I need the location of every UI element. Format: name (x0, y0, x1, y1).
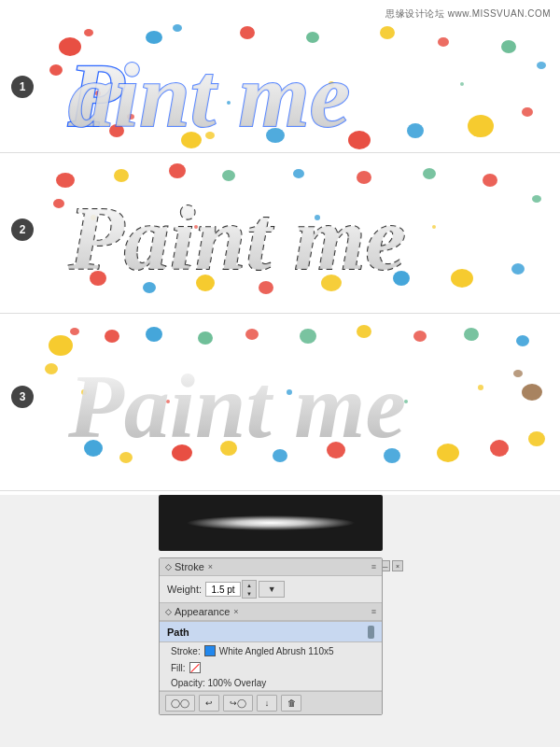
svg-point-71 (490, 440, 509, 457)
svg-point-2 (84, 29, 93, 36)
svg-point-6 (173, 24, 182, 32)
stroke-diamond-icon: ◇ (165, 562, 172, 571)
svg-point-13 (380, 26, 395, 39)
step-badge-1: 1 (11, 76, 34, 98)
svg-point-14 (407, 123, 424, 138)
paint-svg-2: Paint me Paint me (37, 157, 551, 302)
brush-stroke (177, 514, 364, 531)
svg-point-35 (222, 170, 235, 181)
svg-point-1 (49, 64, 63, 76)
svg-point-11 (306, 32, 319, 43)
svg-point-16 (468, 115, 494, 137)
svg-point-29 (53, 199, 64, 208)
divider-3 (0, 490, 560, 491)
svg-point-74 (522, 384, 542, 401)
svg-point-23 (460, 82, 464, 86)
toolbar-btn-trash[interactable]: 🗑 (281, 695, 301, 712)
svg-point-17 (501, 40, 516, 53)
stroke-panel-close[interactable]: × (208, 562, 213, 571)
svg-point-66 (357, 325, 371, 338)
svg-point-72 (516, 335, 529, 346)
svg-point-45 (532, 195, 541, 203)
panel-toolbar: ◯◯ ↩ ↪◯ ↓ 🗑 (160, 691, 382, 714)
stroke-panel-header: ◇ Stroke × ≡ (160, 558, 382, 576)
opacity-row: Opacity: 100% Overlay (160, 676, 382, 691)
paint-svg-1: P P aint me aint me (37, 19, 551, 154)
svg-point-75 (513, 370, 523, 377)
paint-text-2: Paint me Paint me (37, 157, 551, 302)
svg-point-44 (511, 263, 525, 275)
svg-point-31 (114, 169, 129, 182)
svg-point-69 (437, 444, 459, 462)
stroke-item-value: White Angled Abrush 110x5 (219, 646, 334, 656)
paint-svg-3: Paint me (37, 317, 551, 476)
svg-point-54 (70, 328, 79, 335)
spinner: ▲ ▼ (242, 580, 257, 599)
fill-none-swatch[interactable] (189, 662, 201, 673)
weight-input[interactable] (205, 582, 241, 597)
toolbar-btn-down[interactable]: ↓ (257, 695, 277, 712)
paint-text-1: P P aint me aint me (37, 19, 551, 154)
svg-point-60 (198, 331, 213, 345)
step-section-1: 1 (0, 19, 560, 154)
svg-point-70 (464, 328, 479, 341)
svg-point-62 (245, 329, 259, 340)
step-section-3: 3 (0, 317, 560, 476)
svg-point-39 (357, 171, 371, 184)
svg-point-18 (522, 107, 533, 117)
svg-point-53 (45, 363, 58, 374)
svg-text:aint me: aint me (68, 45, 350, 146)
divider-2 (0, 313, 560, 314)
svg-point-9 (240, 26, 255, 39)
spinner-up[interactable]: ▲ (243, 581, 256, 589)
appearance-panel-close[interactable]: × (233, 607, 238, 616)
svg-text:Paint me: Paint me (67, 356, 406, 457)
svg-point-73 (528, 431, 545, 446)
svg-point-42 (451, 269, 473, 288)
stroke-color-swatch[interactable] (204, 645, 216, 656)
divider-1 (0, 152, 560, 153)
svg-point-33 (169, 163, 186, 178)
svg-point-5 (146, 31, 162, 44)
appearance-panel-title: Appearance (175, 606, 230, 617)
stroke-item-label: Stroke: (171, 646, 201, 656)
svg-point-19 (537, 62, 546, 69)
svg-point-43 (483, 174, 497, 187)
appearance-panel-menu[interactable]: ≡ (371, 607, 376, 616)
stroke-item-row: Stroke: White Angled Abrush 110x5 (160, 642, 382, 659)
path-label: Path (167, 627, 189, 638)
svg-point-58 (146, 327, 162, 342)
svg-point-80 (478, 385, 483, 390)
close-icon[interactable]: × (392, 560, 403, 571)
appearance-panel-header: ◇ Appearance × ≡ (160, 603, 382, 621)
brush-preview (159, 495, 383, 551)
step-badge-3: 3 (11, 386, 34, 408)
toolbar-btn-redo[interactable]: ↪◯ (223, 695, 253, 712)
svg-text:Paint me: Paint me (67, 188, 406, 289)
svg-point-15 (438, 37, 449, 47)
fill-item-row: Fill: (160, 659, 382, 676)
svg-point-52 (49, 335, 73, 356)
step-badge-2: 2 (11, 218, 34, 241)
toolbar-btn-undo[interactable]: ↩ (199, 695, 219, 712)
stroke-panel-menu[interactable]: ≡ (371, 562, 376, 571)
svg-point-28 (56, 173, 75, 188)
svg-point-68 (413, 331, 427, 342)
svg-point-12 (348, 131, 371, 149)
spinner-down[interactable]: ▼ (243, 589, 256, 598)
appearance-diamond-icon: ◇ (165, 607, 172, 616)
stroke-panel: ◇ Stroke × ≡ Weight: ▲ ▼ ▼ (160, 558, 382, 603)
paint-text-3: Paint me (37, 317, 551, 476)
step-section-2: 2 Paint me (0, 157, 560, 302)
svg-point-37 (293, 169, 304, 178)
svg-point-49 (432, 225, 436, 229)
appearance-path-row[interactable]: Path (160, 621, 382, 642)
svg-point-41 (423, 168, 436, 179)
toolbar-btn-circles[interactable]: ◯◯ (165, 695, 195, 712)
stroke-weight-row: Weight: ▲ ▼ ▼ (160, 576, 382, 602)
fill-item-label: Fill: (171, 663, 186, 673)
stroke-panel-title: Stroke (175, 561, 204, 572)
svg-point-56 (105, 330, 119, 343)
weight-label: Weight: (167, 584, 202, 595)
weight-dropdown[interactable]: ▼ (259, 581, 285, 598)
